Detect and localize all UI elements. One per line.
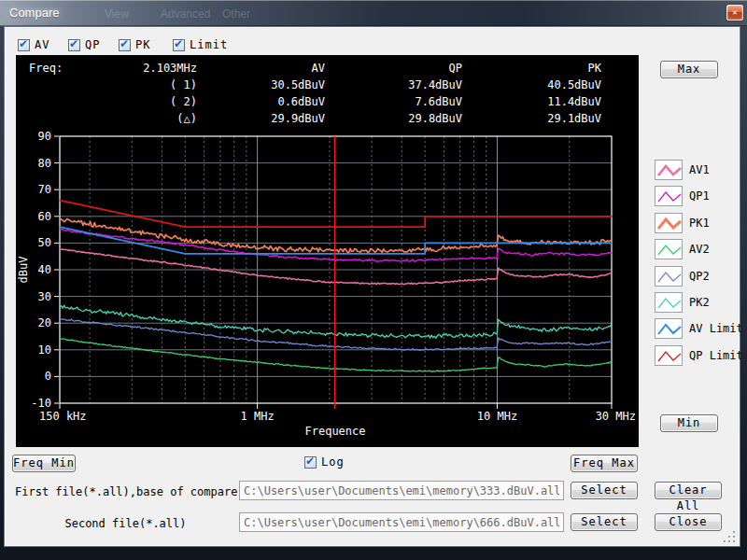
readout-row-file2: ( 2) 0.6dBuV 7.6dBuV 11.4dBuV [16, 93, 639, 110]
legend-item-av2: AV2 [655, 239, 743, 259]
av-checkbox-box[interactable]: ✔ [18, 39, 30, 51]
ghost-menu-other: Other [222, 7, 250, 21]
col-header-av: AV [197, 62, 325, 75]
svg-text:0: 0 [45, 370, 51, 383]
delta-qp: 29.8dBuV [325, 112, 462, 125]
legend-item-qp1: QP1 [655, 186, 743, 206]
legend-item-av-limit: AV Limit [655, 318, 743, 339]
qp-checkbox[interactable]: ✔ QP [68, 38, 100, 51]
svg-text:40: 40 [38, 263, 51, 276]
qp-checkbox-box[interactable]: ✔ [68, 39, 80, 51]
ghost-menu-view: View [105, 7, 129, 21]
readout-header-row: Freq: 2.103MHz AV QP PK [16, 60, 639, 77]
freq-value: 2.103MHz [76, 62, 197, 75]
limit-checkbox[interactable]: ✔ Limit [173, 38, 228, 51]
min-button[interactable]: Min [660, 414, 718, 432]
second-file-path-input[interactable] [239, 512, 564, 532]
freq-label: Freq: [16, 62, 76, 75]
svg-text:150 kHz: 150 kHz [39, 410, 87, 423]
resize-grip-icon[interactable] [723, 530, 735, 542]
freq-min-button[interactable]: Freq Min [12, 455, 76, 472]
svg-text:dBuV: dBuV [17, 257, 30, 284]
close-button[interactable]: Close [655, 513, 722, 531]
legend-label: AV Limit [689, 322, 743, 335]
legend-item-pk2: PK2 [655, 292, 743, 313]
limit-checkbox-label: Limit [190, 38, 228, 51]
readout-row-delta: (△) 29.9dBuV 29.8dBuV 29.1dBuV [16, 110, 639, 127]
titlebar-close-button[interactable]: ✕ [726, 5, 743, 21]
av-checkbox[interactable]: ✔ AV [18, 38, 49, 51]
freq-max-button[interactable]: Freq Max [571, 455, 638, 472]
file2-pk: 11.4dBuV [462, 95, 601, 108]
dialog-client-area: ✔ AV ✔ QP ✔ PK ✔ Limit Freq: 2.103MHz AV… [4, 26, 740, 547]
chart-legend: AV1 QP1 PK1 AV2 QP2 PK2 [655, 160, 743, 371]
first-file-path-input[interactable] [239, 481, 564, 500]
spectrum-chart[interactable]: 9080706050403020100-10dBuV150 kHz1 MHz10… [16, 132, 639, 447]
row-label: ( 2) [76, 95, 197, 108]
check-icon: ✔ [69, 37, 78, 50]
limit-checkbox-box[interactable]: ✔ [173, 39, 185, 51]
titlebar[interactable]: Compare View Advanced Other ✕ [0, 0, 747, 26]
pk-checkbox[interactable]: ✔ PK [119, 38, 150, 51]
pk-checkbox-label: PK [135, 38, 150, 51]
legend-label: QP Limit [689, 349, 743, 362]
svg-text:10: 10 [38, 343, 51, 357]
svg-text:30 MHz: 30 MHz [596, 410, 636, 423]
marker-readout-table: Freq: 2.103MHz AV QP PK ( 1) 30.5dBuV 37… [16, 60, 639, 127]
pk-checkbox-box[interactable]: ✔ [119, 39, 131, 51]
delta-pk: 29.1dBuV [462, 112, 601, 125]
file2-av: 0.6dBuV [197, 95, 325, 108]
window-title: Compare [9, 6, 59, 20]
pk2-line-swatch [655, 292, 683, 313]
av1-line-swatch [655, 160, 683, 180]
av-limit-line-swatch [655, 318, 683, 339]
legend-item-qp-limit: QP Limit [655, 345, 743, 366]
check-icon: ✔ [19, 37, 28, 50]
measurement-panel: Freq: 2.103MHz AV QP PK ( 1) 30.5dBuV 37… [16, 55, 639, 447]
legend-item-pk1: PK1 [655, 213, 743, 233]
legend-label: QP1 [689, 189, 710, 203]
second-file-select-button[interactable]: Select [571, 513, 638, 531]
file1-qp: 37.4dBuV [325, 78, 462, 91]
log-checkbox-box[interactable]: ✔ [304, 456, 317, 469]
svg-text:60: 60 [38, 210, 51, 223]
qp-checkbox-label: QP [85, 38, 100, 51]
legend-label: QP2 [689, 270, 710, 283]
svg-text:80: 80 [38, 157, 51, 170]
svg-text:Frequence: Frequence [304, 425, 365, 438]
legend-label: AV1 [689, 163, 710, 176]
check-icon: ✔ [305, 455, 315, 468]
row-label: (△) [76, 112, 197, 125]
file2-qp: 7.6dBuV [325, 95, 462, 108]
qp2-line-swatch [655, 266, 683, 287]
legend-label: PK1 [689, 217, 710, 230]
row-label: ( 1) [76, 78, 197, 91]
file1-pk: 40.5dBuV [462, 78, 601, 91]
svg-text:30: 30 [38, 290, 51, 303]
readout-row-file1: ( 1) 30.5dBuV 37.4dBuV 40.5dBuV [16, 77, 639, 93]
svg-text:-10: -10 [31, 397, 51, 410]
first-file-select-button[interactable]: Select [571, 482, 638, 499]
log-checkbox-label: Log [321, 455, 345, 469]
pk1-line-swatch [655, 213, 683, 233]
svg-text:70: 70 [38, 183, 51, 196]
svg-text:20: 20 [38, 316, 51, 329]
log-checkbox[interactable]: ✔ Log [304, 455, 345, 469]
delta-av: 29.9dBuV [197, 112, 325, 125]
av2-line-swatch [655, 239, 683, 259]
av-checkbox-label: AV [35, 38, 49, 51]
check-icon: ✔ [120, 37, 129, 50]
legend-item-av1: AV1 [655, 160, 743, 180]
compare-dialog: Compare View Advanced Other ✕ ✔ AV ✔ QP … [0, 0, 747, 560]
legend-item-qp2: QP2 [655, 266, 743, 287]
second-file-label: Second file(*.all) [15, 517, 236, 530]
clear-all-button[interactable]: Clear All [655, 482, 722, 499]
svg-text:1 MHz: 1 MHz [241, 410, 275, 423]
first-file-label: First file(*.all),base of compare [15, 485, 237, 498]
max-button[interactable]: Max [660, 61, 718, 78]
check-icon: ✔ [174, 37, 183, 50]
file1-av: 30.5dBuV [197, 78, 325, 91]
qp-limit-line-swatch [655, 345, 683, 366]
svg-text:90: 90 [38, 132, 51, 143]
qp1-line-swatch [655, 186, 683, 206]
